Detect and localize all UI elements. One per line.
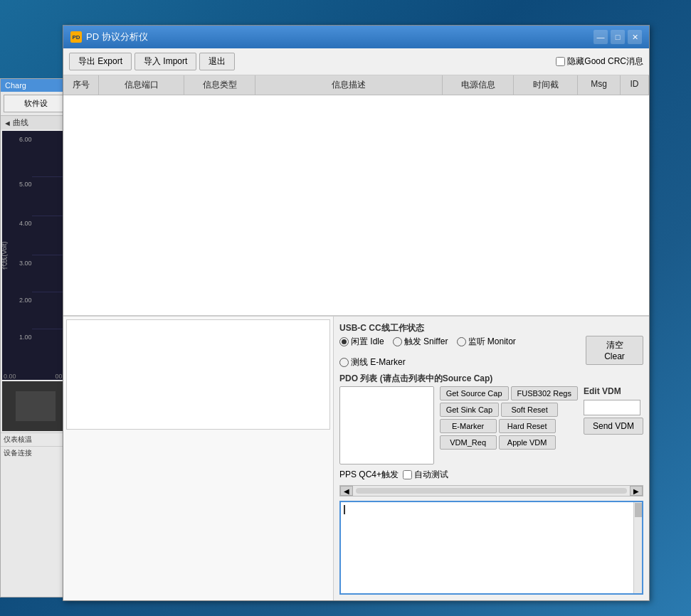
col-port: 信息端口 — [99, 75, 184, 95]
mode-sniffer[interactable]: 触发 Sniffer — [393, 336, 448, 348]
hide-crc-label[interactable]: 隐藏Good CRC消息 — [556, 55, 643, 68]
export-btn[interactable]: 导出 Export — [69, 53, 132, 70]
col-time: 时间截 — [514, 75, 578, 95]
text-cursor — [344, 505, 345, 514]
chart-y-4: 4.00 — [19, 220, 32, 227]
app-icon: PD — [70, 31, 82, 43]
send-vdm-btn[interactable]: Send VDM — [584, 418, 643, 435]
curve-label: 曲线 — [13, 117, 28, 128]
get-source-cap-btn[interactable]: Get Source Cap — [440, 386, 509, 400]
usb-cc-section: USB-C CC线工作状态 闲置 Idle 触发 Sniffer — [339, 322, 643, 368]
bottom-area: USB-C CC线工作状态 闲置 Idle 触发 Sniffer — [63, 316, 649, 600]
mode-monitor[interactable]: 监听 Monitor — [457, 336, 516, 348]
y-axis-label: 代线(Volt) — [2, 241, 9, 269]
auto-test-label[interactable]: 自动测试 — [403, 469, 448, 481]
chart-x-labels: 0.00 00:0 — [4, 373, 68, 380]
vdm-req-btn[interactable]: VDM_Req — [440, 435, 497, 450]
pdo-btn-row-1: Get Source Cap FUSB302 Regs — [440, 386, 578, 400]
scrollbar-area[interactable]: ◀ ▶ — [339, 485, 643, 496]
chart-area: 6.00 5.00 4.00 3.00 2.00 1.00 0.00 00:0 … — [2, 131, 69, 380]
left-panel-title: Charg — [5, 81, 26, 90]
image-preview — [66, 319, 330, 430]
table-header: 序号 信息端口 信息类型 信息描述 电源信息 时间截 Msg ID — [63, 75, 649, 95]
radio-monitor-circle — [457, 337, 466, 346]
pdo-title: PDO 列表 (请点击列表中的Source Cap) — [339, 373, 643, 385]
app-title: PD 协议分析仪 — [86, 31, 148, 43]
chart-y-3: 3.00 — [19, 260, 32, 267]
hide-crc-checkbox[interactable] — [556, 57, 565, 66]
scrollbar-thumb — [635, 503, 642, 517]
mode-emarker-label: 测线 E-Marker — [351, 356, 406, 368]
soft-reset-btn[interactable]: Soft Reset — [501, 403, 558, 417]
radio-emarker-circle — [339, 358, 349, 367]
bottom-right-panel: USB-C CC线工作状态 闲置 Idle 触发 Sniffer — [334, 317, 649, 600]
pdo-list-area — [339, 386, 434, 464]
chart-y-5: 5.00 — [19, 181, 32, 188]
main-window: PD PD 协议分析仪 — □ ✕ 导出 Export 导入 Import 退出… — [63, 25, 650, 601]
auto-test-text: 自动测试 — [414, 469, 448, 481]
mode-emarker[interactable]: 测线 E-Marker — [339, 356, 406, 368]
auto-test-checkbox[interactable] — [403, 470, 412, 479]
hard-reset-btn[interactable]: Hard Reset — [499, 419, 556, 433]
left-sidebar: Charg 软件设 ◄ 曲线 6.00 5.00 4.00 3.00 2.00 … — [0, 78, 71, 598]
x-label-0: 0.00 — [4, 373, 16, 380]
col-seq: 序号 — [63, 75, 99, 95]
radio-idle-circle — [339, 337, 349, 346]
pdo-controls-row: Get Source Cap FUSB302 Regs Get Sink Cap… — [339, 386, 643, 464]
device-connect-label[interactable]: 设备连接 — [1, 446, 70, 460]
table-body[interactable] — [63, 95, 649, 316]
apple-vdm-btn[interactable]: Apple VDM — [499, 435, 556, 450]
get-sink-cap-btn[interactable]: Get Sink Cap — [440, 403, 499, 417]
pdo-section: PDO 列表 (请点击列表中的Source Cap) Get Source Ca… — [339, 373, 643, 464]
emarker-btn[interactable]: E-Marker — [440, 419, 497, 433]
scroll-left-btn[interactable]: ◀ — [340, 486, 353, 496]
title-bar: PD PD 协议分析仪 — □ ✕ — [63, 26, 649, 48]
usb-cc-title: USB-C CC线工作状态 — [339, 322, 643, 334]
scroll-right-btn[interactable]: ▶ — [630, 486, 643, 496]
pdo-btn-row-2: Get Sink Cap Soft Reset — [440, 403, 578, 417]
close-btn[interactable]: ✕ — [628, 30, 642, 44]
thumbnail-area — [2, 381, 69, 431]
mode-sniffer-label: 触发 Sniffer — [404, 336, 448, 348]
temp-monitor-label[interactable]: 仪表核温 — [1, 432, 70, 446]
vdm-edit-title: Edit VDM — [584, 386, 621, 396]
toolbar-right: 隐藏Good CRC消息 — [556, 55, 643, 68]
toolbar: 导出 Export 导入 Import 退出 隐藏Good CRC消息 — [63, 48, 649, 75]
vdm-input[interactable] — [584, 400, 640, 415]
chart-y-2: 2.00 — [19, 297, 32, 304]
exit-btn[interactable]: 退出 — [199, 53, 235, 70]
minimize-btn[interactable]: — — [594, 30, 608, 44]
col-type: 信息类型 — [184, 75, 255, 95]
clear-btn[interactable]: 清空 Clear — [586, 336, 643, 365]
pps-row: PPS QC4+触发 自动测试 — [339, 469, 643, 481]
col-power: 电源信息 — [443, 75, 514, 95]
chart-y-1: 1.00 — [19, 334, 32, 341]
chart-y-6: 6.00 — [19, 136, 32, 143]
toolbar-left: 导出 Export 导入 Import 退出 — [69, 53, 235, 70]
mode-monitor-label: 监听 Monitor — [468, 336, 516, 348]
radio-sniffer-circle — [393, 337, 402, 346]
mode-radio-group: 闲置 Idle 触发 Sniffer 监听 Monitor 测线 E- — [339, 336, 586, 368]
fusb302-regs-btn[interactable]: FUSB302 Regs — [511, 386, 578, 400]
curve-section[interactable]: ◄ 曲线 — [1, 115, 70, 129]
scrollbar-vertical[interactable] — [633, 502, 642, 593]
left-panel-header: Charg — [1, 79, 70, 92]
col-desc: 信息描述 — [255, 75, 443, 95]
col-id: ID — [621, 75, 649, 95]
mode-idle[interactable]: 闲置 Idle — [339, 336, 384, 348]
expand-icon: ◄ — [4, 119, 11, 127]
pdo-btn-row-4: VDM_Req Apple VDM — [440, 435, 578, 450]
vdm-edit-section: Edit VDM Send VDM — [584, 386, 643, 435]
title-bar-controls: — □ ✕ — [594, 30, 642, 44]
hide-crc-text: 隐藏Good CRC消息 — [567, 55, 643, 68]
software-settings-btn[interactable]: 软件设 — [4, 95, 68, 112]
pps-label: PPS QC4+触发 — [339, 469, 399, 481]
title-bar-left: PD PD 协议分析仪 — [70, 31, 148, 43]
maximize-btn[interactable]: □ — [611, 30, 625, 44]
pdo-buttons: Get Source Cap FUSB302 Regs Get Sink Cap… — [440, 386, 578, 450]
pdo-list[interactable] — [339, 386, 434, 464]
bottom-left-panel — [63, 317, 334, 600]
import-btn[interactable]: 导入 Import — [134, 53, 196, 70]
text-output[interactable] — [339, 501, 643, 595]
mode-idle-label: 闲置 Idle — [351, 336, 384, 348]
